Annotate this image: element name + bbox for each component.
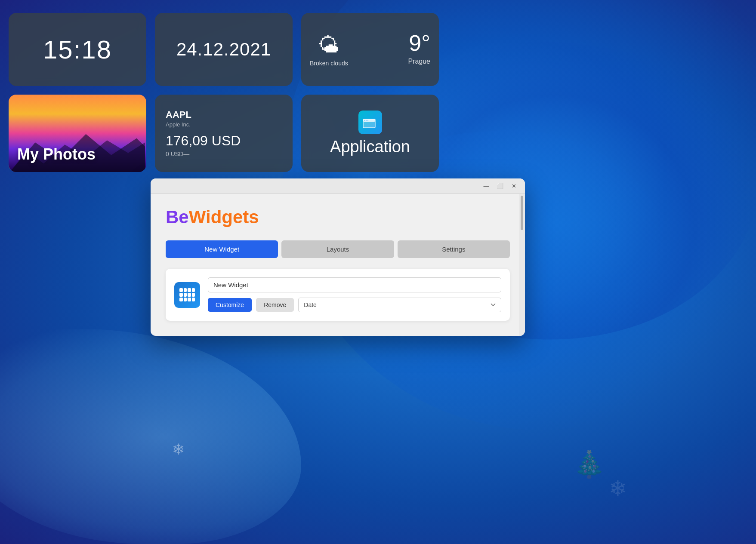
customize-button[interactable]: Customize: [208, 298, 252, 312]
widget-item-icon: [174, 282, 200, 308]
svg-point-4: [364, 120, 365, 120]
weather-city: Prague: [408, 58, 430, 69]
svg-point-5: [366, 120, 367, 120]
title-bar: — ⬜ ✕: [151, 178, 525, 194]
remove-button[interactable]: Remove: [256, 298, 294, 312]
widget-name-input[interactable]: [208, 277, 501, 292]
window-icon: [363, 117, 377, 129]
cal-dot: [179, 298, 183, 301]
cal-dot: [179, 288, 183, 292]
widget-item-controls: Customize Remove Date Clock Weather Stoc…: [208, 277, 501, 312]
widget-list-item: Customize Remove Date Clock Weather Stoc…: [174, 277, 501, 312]
cal-dot: [188, 293, 191, 297]
app-window: — ⬜ ✕ BeWidgets New Widget Layouts Setti…: [151, 178, 525, 336]
clock-widget: 15:18: [9, 13, 146, 86]
christmas-tree-icon: 🎄: [573, 449, 605, 479]
cal-dot: [188, 288, 191, 292]
cal-dot: [192, 293, 195, 297]
clock-display: 15:18: [43, 35, 112, 65]
date-widget: 24.12.2021: [155, 13, 293, 86]
weather-temperature: 9°: [409, 30, 430, 56]
tab-settings[interactable]: Settings: [398, 240, 510, 258]
app-widget: Application: [301, 95, 439, 172]
widget-type-select[interactable]: Date Clock Weather Stock Photos Applicat…: [298, 298, 501, 312]
cal-dot: [192, 298, 195, 301]
cal-dot: [179, 293, 183, 297]
tab-new-widget[interactable]: New Widget: [166, 240, 278, 258]
weather-icon: 🌤: [318, 33, 339, 58]
photos-label: My Photos: [17, 145, 96, 163]
window-content: BeWidgets New Widget Layouts Settings: [151, 194, 525, 336]
calendar-icon: [179, 288, 195, 302]
close-button[interactable]: ✕: [508, 180, 520, 192]
stock-widget: AAPL Apple Inc. 176,09 USD 0 USD—: [155, 95, 293, 172]
weather-description: Broken clouds: [310, 60, 348, 67]
cal-dot: [192, 288, 195, 292]
tab-layouts[interactable]: Layouts: [281, 240, 394, 258]
minimize-button[interactable]: —: [480, 180, 492, 192]
cal-dot: [184, 288, 187, 292]
svg-point-6: [367, 120, 368, 120]
logo-be: Be: [166, 207, 189, 227]
weather-content: 🌤 Broken clouds 9° Prague: [310, 30, 430, 69]
logo-widgets: Widgets: [189, 207, 259, 227]
stock-company: Apple Inc.: [166, 121, 191, 128]
app-widget-label: Application: [330, 138, 410, 156]
svg-rect-3: [363, 119, 375, 122]
widget-actions: Customize Remove Date Clock Weather Stoc…: [208, 298, 501, 312]
stock-price: 176,09 USD: [166, 133, 241, 149]
maximize-button[interactable]: ⬜: [494, 180, 506, 192]
widget-list: Customize Remove Date Clock Weather Stoc…: [166, 269, 510, 321]
desktop-widgets-area: 15:18 24.12.2021 🌤 Broken clouds 9° Prag…: [9, 13, 439, 172]
scrollbar-thumb[interactable]: [521, 196, 523, 230]
cal-dot: [184, 293, 187, 297]
stock-change: 0 USD—: [166, 151, 189, 157]
weather-widget: 🌤 Broken clouds 9° Prague: [301, 13, 439, 86]
swirl-decoration-4: [0, 329, 301, 544]
date-display: 24.12.2021: [176, 39, 271, 60]
cal-dot: [188, 298, 191, 301]
scrollbar[interactable]: [519, 194, 525, 336]
photos-widget: My Photos: [9, 95, 146, 172]
stock-ticker: AAPL: [166, 109, 191, 120]
app-widget-icon: [358, 111, 382, 134]
tab-bar: New Widget Layouts Settings: [166, 240, 510, 258]
cal-dot: [184, 298, 187, 301]
weather-icon-area: 🌤 Broken clouds: [310, 33, 348, 67]
app-logo: BeWidgets: [166, 207, 510, 227]
